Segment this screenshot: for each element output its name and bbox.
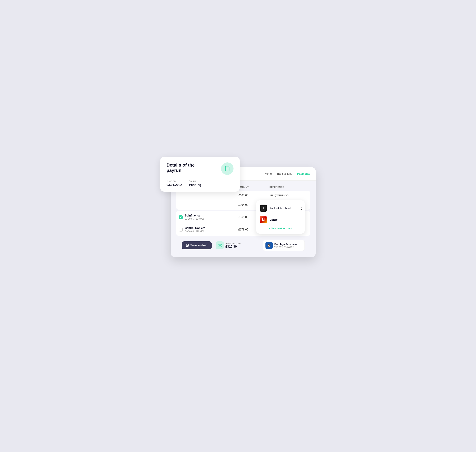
payee-details-2: 04-00-04 99834521 bbox=[185, 230, 206, 233]
table-area: AMOUNT REFERENCE £165.00 JFIUQWFHFHSD £2… bbox=[171, 180, 316, 257]
details-title: Details of the payrun bbox=[166, 162, 208, 173]
svg-point-10 bbox=[219, 245, 220, 246]
nav-transactions[interactable]: Transactions bbox=[277, 172, 292, 175]
doc-icon bbox=[186, 244, 189, 247]
issue-date-value: 03.01.2022 bbox=[166, 183, 182, 187]
issue-date-meta: Issue on: 03.01.2022 bbox=[166, 180, 182, 187]
details-header: Details of the payrun bbox=[166, 162, 233, 175]
bank-logo-barclays: 🦅 bbox=[265, 242, 273, 249]
remaining-text: Remaining due £310.30 bbox=[225, 242, 241, 248]
row-checkbox-2[interactable] bbox=[179, 228, 183, 232]
payee-details-1: 03-20-56 23487654 bbox=[185, 218, 206, 220]
payee-info-1: Spinfluence 03-20-56 23487654 bbox=[179, 214, 238, 220]
svg-text:✳: ✳ bbox=[262, 207, 264, 210]
bank-option-monzo[interactable]: M Monzo bbox=[256, 214, 305, 225]
svg-rect-6 bbox=[186, 244, 188, 246]
status-value: Pending bbox=[189, 183, 201, 187]
payee-text-2: Central Copiers 04-00-04 99834521 bbox=[185, 226, 206, 233]
bos-logo: ✳ bbox=[260, 205, 267, 212]
header-reference: REFERENCE bbox=[269, 186, 307, 188]
svg-text:M: M bbox=[262, 218, 265, 221]
bank-option-bos[interactable]: ✳ Bank of Scotland 〉 bbox=[256, 202, 305, 214]
row-checkbox-1[interactable] bbox=[179, 215, 183, 219]
payee-info-2: Central Copiers 04-00-04 99834521 bbox=[179, 226, 238, 233]
status-meta: Status: Pending bbox=[189, 180, 201, 187]
table-row: £165.00 JFIUQWFHFHSD bbox=[176, 191, 310, 200]
svg-rect-9 bbox=[218, 244, 222, 247]
bos-name: Bank of Scotland bbox=[269, 207, 291, 210]
chevron-up-icon: ⌃ bbox=[300, 244, 302, 247]
monzo-name: Monzo bbox=[269, 218, 278, 221]
money-icon bbox=[216, 241, 224, 249]
bank-dropdown: ✳ Bank of Scotland 〉 M bbox=[256, 200, 305, 234]
bank-selector[interactable]: 🦅 Barclays Business 04-00-04 96996693 ⌃ bbox=[263, 240, 305, 251]
save-draft-label: Save as draft bbox=[190, 244, 208, 247]
nav-links: Home Transactions Payments bbox=[264, 172, 310, 175]
save-draft-button[interactable]: Save as draft bbox=[182, 241, 212, 249]
details-meta: Issue on: 03.01.2022 Status: Pending bbox=[166, 180, 233, 187]
ghost-amount-1: £165.00 bbox=[238, 194, 269, 197]
issue-label: Issue on: bbox=[166, 180, 182, 182]
cursor-icon: 〉 bbox=[301, 206, 302, 210]
remaining-amount: £310.30 bbox=[225, 245, 241, 248]
status-label: Status: bbox=[189, 180, 201, 182]
bottom-bar: Save as draft Remaining due £310.30 bbox=[176, 237, 310, 254]
nav-payments[interactable]: Payments bbox=[297, 172, 310, 175]
new-bank-account-link[interactable]: + New bank account bbox=[256, 225, 305, 232]
ghost-ref-1: JFIUQWFHFHSD bbox=[269, 194, 307, 197]
details-panel: Details of the payrun Issue on: 03.01.20… bbox=[160, 157, 240, 192]
monzo-logo: M bbox=[260, 216, 267, 223]
remaining-section: Remaining due £310.30 bbox=[216, 241, 241, 249]
nav-home[interactable]: Home bbox=[264, 172, 272, 175]
payee-text-1: Spinfluence 03-20-56 23487654 bbox=[185, 214, 206, 220]
payee-name-1: Spinfluence bbox=[185, 214, 206, 217]
payee-name-2: Central Copiers bbox=[185, 226, 206, 230]
bank-details: 04-00-04 96996693 bbox=[274, 246, 298, 248]
header-amount: AMOUNT bbox=[238, 186, 269, 188]
bank-name: Barclays Business bbox=[274, 243, 298, 246]
remaining-label: Remaining due bbox=[225, 242, 241, 245]
bank-info: Barclays Business 04-00-04 96996693 bbox=[274, 243, 298, 248]
svg-text:🦅: 🦅 bbox=[267, 244, 271, 247]
document-icon bbox=[221, 162, 233, 175]
